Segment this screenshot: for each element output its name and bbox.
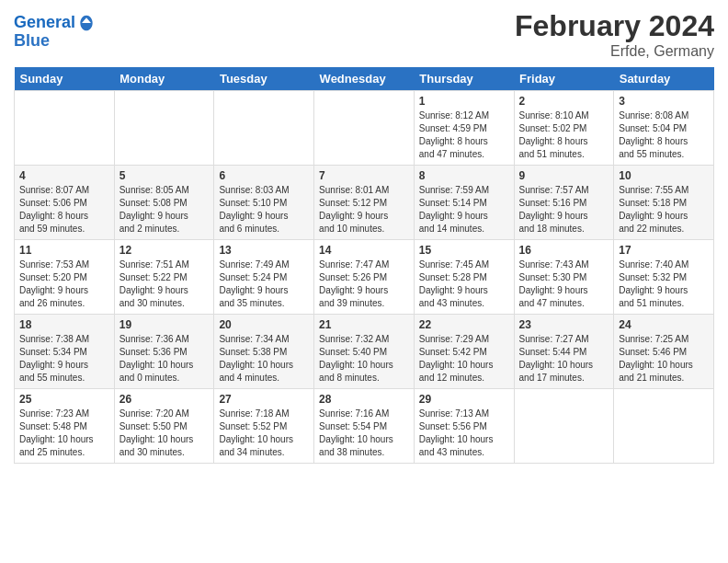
info-line: Sunset: 5:56 PM	[419, 421, 487, 431]
info-line: and 25 minutes.	[19, 447, 85, 457]
info-line: Daylight: 9 hours	[219, 211, 288, 221]
info-line: Sunrise: 7:40 AM	[619, 259, 688, 270]
day-number: 1	[419, 95, 509, 108]
day-number: 26	[119, 393, 210, 406]
info-line: Sunrise: 8:03 AM	[219, 185, 289, 195]
info-line: Sunset: 5:46 PM	[619, 347, 687, 357]
info-line: Sunset: 5:20 PM	[19, 272, 87, 282]
calendar-cell: 26Sunrise: 7:20 AMSunset: 5:50 PMDayligh…	[114, 389, 214, 464]
subtitle: Erfde, Germany	[515, 43, 714, 60]
info-line: Sunrise: 7:32 AM	[319, 334, 389, 344]
day-number: 15	[419, 244, 509, 257]
info-line: and 34 minutes.	[219, 447, 284, 457]
calendar-cell	[214, 91, 314, 166]
info-line: Daylight: 10 hours	[319, 360, 393, 370]
day-info: Sunrise: 8:12 AMSunset: 4:59 PMDaylight:…	[419, 109, 509, 161]
info-line: Sunrise: 7:53 AM	[19, 259, 89, 270]
info-line: Sunset: 5:16 PM	[519, 198, 587, 208]
day-number: 10	[619, 169, 709, 182]
info-line: Daylight: 9 hours	[619, 285, 688, 295]
calendar-cell: 1Sunrise: 8:12 AMSunset: 4:59 PMDaylight…	[414, 91, 514, 166]
calendar-cell: 4Sunrise: 8:07 AMSunset: 5:06 PMDaylight…	[15, 166, 115, 240]
day-number: 29	[419, 393, 509, 406]
day-info: Sunrise: 7:57 AMSunset: 5:16 PMDaylight:…	[519, 184, 609, 236]
info-line: Sunset: 5:12 PM	[319, 198, 387, 208]
calendar-cell: 2Sunrise: 8:10 AMSunset: 5:02 PMDaylight…	[514, 91, 614, 166]
calendar-cell: 27Sunrise: 7:18 AMSunset: 5:52 PMDayligh…	[214, 389, 314, 464]
info-line: Sunrise: 7:27 AM	[519, 334, 589, 344]
day-info: Sunrise: 7:53 AMSunset: 5:20 PMDaylight:…	[19, 259, 109, 310]
calendar-cell: 22Sunrise: 7:29 AMSunset: 5:42 PMDayligh…	[414, 315, 514, 389]
info-line: Sunset: 5:50 PM	[119, 421, 188, 431]
info-line: and 39 minutes.	[319, 298, 384, 308]
info-line: Sunset: 5:36 PM	[119, 347, 188, 357]
day-number: 24	[619, 318, 709, 331]
info-line: and 22 minutes.	[619, 224, 684, 234]
info-line: Sunrise: 7:25 AM	[619, 334, 688, 344]
calendar-cell: 17Sunrise: 7:40 AMSunset: 5:32 PMDayligh…	[614, 240, 714, 315]
day-info: Sunrise: 7:38 AMSunset: 5:34 PMDaylight:…	[19, 333, 109, 385]
info-line: Daylight: 10 hours	[619, 360, 693, 370]
main-title: February 2024	[515, 9, 714, 43]
calendar-week-0: 1Sunrise: 8:12 AMSunset: 4:59 PMDaylight…	[15, 91, 714, 166]
info-line: and 30 minutes.	[119, 298, 185, 308]
info-line: Sunset: 5:14 PM	[419, 198, 487, 208]
info-line: Sunrise: 7:36 AM	[119, 334, 189, 344]
calendar-cell	[314, 91, 415, 166]
calendar-cell: 28Sunrise: 7:16 AMSunset: 5:54 PMDayligh…	[314, 389, 415, 464]
info-line: Sunset: 5:42 PM	[419, 347, 487, 357]
info-line: Daylight: 9 hours	[19, 360, 88, 370]
info-line: Sunrise: 8:05 AM	[119, 185, 189, 195]
info-line: Sunrise: 7:57 AM	[519, 185, 589, 195]
calendar-table: Sunday Monday Tuesday Wednesday Thursday…	[14, 67, 714, 464]
day-info: Sunrise: 7:51 AMSunset: 5:22 PMDaylight:…	[119, 259, 210, 310]
info-line: Sunset: 5:28 PM	[419, 272, 487, 282]
calendar-cell: 3Sunrise: 8:08 AMSunset: 5:04 PMDaylight…	[614, 91, 714, 166]
day-number: 25	[19, 393, 109, 406]
calendar-week-4: 25Sunrise: 7:23 AMSunset: 5:48 PMDayligh…	[15, 389, 714, 464]
info-line: Sunset: 5:30 PM	[519, 272, 587, 282]
day-number: 9	[519, 169, 609, 182]
calendar-cell: 24Sunrise: 7:25 AMSunset: 5:46 PMDayligh…	[614, 315, 714, 389]
info-line: Sunset: 5:08 PM	[119, 198, 188, 208]
th-saturday: Saturday	[614, 67, 714, 91]
day-info: Sunrise: 7:16 AMSunset: 5:54 PMDaylight:…	[319, 408, 409, 459]
calendar-cell	[614, 389, 714, 464]
calendar-cell: 18Sunrise: 7:38 AMSunset: 5:34 PMDayligh…	[15, 315, 115, 389]
day-info: Sunrise: 7:34 AMSunset: 5:38 PMDaylight:…	[219, 333, 309, 385]
day-info: Sunrise: 7:43 AMSunset: 5:30 PMDaylight:…	[519, 259, 609, 310]
info-line: Sunset: 5:04 PM	[619, 123, 687, 133]
info-line: Sunrise: 7:16 AM	[319, 408, 389, 419]
calendar-cell: 12Sunrise: 7:51 AMSunset: 5:22 PMDayligh…	[114, 240, 214, 315]
title-block: February 2024 Erfde, Germany	[515, 9, 714, 60]
th-tuesday: Tuesday	[214, 67, 314, 91]
info-line: Sunset: 4:59 PM	[419, 123, 487, 133]
day-info: Sunrise: 7:45 AMSunset: 5:28 PMDaylight:…	[419, 259, 509, 310]
info-line: Daylight: 9 hours	[119, 211, 188, 221]
calendar-week-3: 18Sunrise: 7:38 AMSunset: 5:34 PMDayligh…	[15, 315, 714, 389]
day-info: Sunrise: 7:23 AMSunset: 5:48 PMDaylight:…	[19, 408, 109, 459]
day-number: 22	[419, 318, 509, 331]
info-line: and 35 minutes.	[219, 298, 284, 308]
info-line: Sunset: 5:34 PM	[19, 347, 87, 357]
calendar-cell: 20Sunrise: 7:34 AMSunset: 5:38 PMDayligh…	[214, 315, 314, 389]
day-info: Sunrise: 7:32 AMSunset: 5:40 PMDaylight:…	[319, 333, 409, 385]
calendar-cell	[15, 91, 115, 166]
info-line: Daylight: 10 hours	[219, 434, 293, 444]
info-line: and 17 minutes.	[519, 373, 585, 383]
info-line: Daylight: 9 hours	[119, 285, 188, 295]
info-line: Sunset: 5:44 PM	[519, 347, 587, 357]
info-line: and 30 minutes.	[119, 447, 185, 457]
day-info: Sunrise: 8:05 AMSunset: 5:08 PMDaylight:…	[119, 184, 210, 236]
info-line: and 6 minutes.	[219, 224, 279, 234]
day-info: Sunrise: 7:49 AMSunset: 5:24 PMDaylight:…	[219, 259, 309, 310]
calendar-cell: 14Sunrise: 7:47 AMSunset: 5:26 PMDayligh…	[314, 240, 415, 315]
info-line: and 0 minutes.	[119, 373, 180, 383]
info-line: Sunset: 5:38 PM	[219, 347, 287, 357]
info-line: Sunrise: 7:55 AM	[619, 185, 688, 195]
info-line: Sunrise: 7:47 AM	[319, 259, 389, 270]
day-number: 5	[119, 169, 210, 182]
logo-icon	[77, 14, 96, 32]
day-info: Sunrise: 7:25 AMSunset: 5:46 PMDaylight:…	[619, 333, 709, 385]
info-line: and 51 minutes.	[519, 149, 585, 159]
